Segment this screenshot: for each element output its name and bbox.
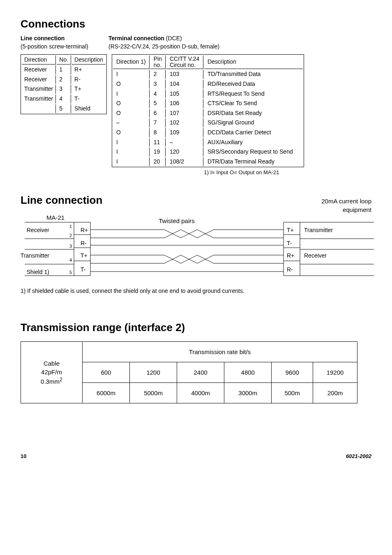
lt-cell: 1 [57,65,71,74]
rate-col: 19200 [313,362,357,383]
rt-cell: 19 [150,147,166,157]
rt-cell: CTS/Clear To Send [204,99,303,108]
lt-cell: Receiver [22,65,56,74]
range-val: 5000m [130,383,177,403]
lh-desc: Description [72,55,106,65]
rt-cell: 102 [166,118,203,127]
rt-cell: 104 [166,80,203,89]
transmission-range-table: Cable 42pF/m 0.3mm2 Transmission rate bi… [21,341,357,403]
line-connection-head: Line connection [21,35,65,41]
lt-cell: R+ [72,65,106,74]
cable-label-3: 0.3mm2 [41,378,62,385]
lt-cell: Transmitter [22,94,56,104]
loop-label-bottom: equipment [343,206,371,213]
rate-col: 600 [83,362,130,383]
tables-row: Direction No. Description Receiver1R+ Re… [21,54,371,168]
doc-number: 6021-2002 [346,453,371,460]
lh-no: No. [57,55,71,65]
rt-cell: TD/Transmitted Data [204,70,303,79]
rt-cell: I [113,90,150,99]
svg-text:R-: R- [287,266,293,273]
lt-cell: 4 [57,94,71,104]
rate-col: 2400 [177,362,224,383]
rh-desc: Description [204,55,303,69]
rt-cell: 6 [150,109,166,118]
svg-text:1: 1 [69,224,72,229]
rt-cell: RD/Received Data [204,80,303,89]
rt-cell: 7 [150,118,166,127]
loop-label-top: 20mA current loop [321,198,371,205]
lt-cell: T+ [72,85,106,94]
line-connection-table: Direction No. Description Receiver1R+ Re… [21,54,107,115]
transmission-range-title: Transmission range (interface 2) [21,320,371,335]
right-receiver-label: Receiver [304,252,327,259]
rt-cell: 8 [150,128,166,137]
twisted-pairs-label: Twisted pairs [159,217,195,224]
io-note: 1) I= Input O= Output on MA-21 [112,169,371,176]
rt-cell: 105 [166,90,203,99]
rt-cell: 4 [150,90,166,99]
rt-cell: I [113,147,150,157]
shield-note: 1) If shielded cable is used, connect th… [21,287,371,295]
svg-text:R+: R+ [81,227,88,233]
rt-cell: DCD/Data Carrier Detect [204,128,303,137]
lt-cell: T- [72,94,106,104]
rt-cell: 11 [150,138,166,147]
lt-cell: 3 [57,85,71,94]
rt-cell: O [113,128,150,137]
range-val: 4000m [177,383,224,403]
cable-label-2: 42pF/m [41,368,62,375]
rt-cell: RTS/Request To Send [204,90,303,99]
cable-label-1: Cable [44,360,60,367]
subhead-row: Line connection (5-position screw-termin… [21,35,371,51]
rt-cell: O [113,80,150,89]
svg-text:T+: T+ [81,252,88,259]
transmitter-label: Transmitter [21,252,49,259]
cable-cell: Cable 42pF/m 0.3mm2 [21,342,83,403]
svg-text:R-: R- [81,240,87,246]
lt-cell: Transmitter [22,85,56,94]
ma21-label: MA-21 [46,214,65,221]
rt-cell: – [113,118,150,127]
rt-cell: O [113,109,150,118]
receiver-label: Receiver [27,227,50,233]
rt-cell: 109 [166,128,203,137]
line-connection-sub: (5-position screw-terminal) [21,43,88,50]
svg-text:T+: T+ [287,227,294,233]
rt-cell: I [113,138,150,147]
rate-col: 4800 [224,362,272,383]
rate-header: Transmission rate bit/s [83,342,357,362]
shield-label: Shield 1) [27,269,49,275]
right-transmitter-label: Transmitter [304,227,333,233]
rt-cell: AUX/Auxiliary [204,138,303,147]
rt-cell: 20 [150,157,166,166]
lh-direction: Direction [22,55,56,65]
lt-cell: Receiver [22,75,56,84]
svg-text:T-: T- [81,266,86,273]
rt-cell: SG/Signal Ground [204,118,303,127]
svg-text:2: 2 [69,233,72,238]
rt-cell: 2 [150,70,166,79]
range-val: 500m [272,383,313,403]
rt-cell: DTR/Data Terminal Ready [204,157,303,166]
rt-cell: I [113,70,150,79]
lt-cell [22,104,56,113]
svg-text:3: 3 [69,244,72,249]
wiring-diagram: MA-21 Twisted pairs Receiver 1 2 3 Trans… [21,214,371,280]
svg-text:T-: T- [287,240,292,246]
rh-ccitt: CCITT V.24Circuit no. [166,55,203,69]
rt-cell: DSR/Data Set Ready [204,109,303,118]
line-connection-section-title: Line connection [21,193,102,207]
page-footer: 10 6021-2002 [21,453,371,460]
rt-cell: 120 [166,147,203,157]
lt-cell: Shield [72,104,106,113]
svg-text:4: 4 [69,258,72,263]
lt-cell: 2 [57,75,71,84]
rt-cell: 3 [150,80,166,89]
range-val: 3000m [224,383,272,403]
rt-cell: O [113,99,150,108]
svg-text:5: 5 [69,270,72,275]
range-val: 6000m [83,383,130,403]
range-val: 200m [313,383,357,403]
terminal-connection-head-suffix: (DCE) [164,35,182,41]
